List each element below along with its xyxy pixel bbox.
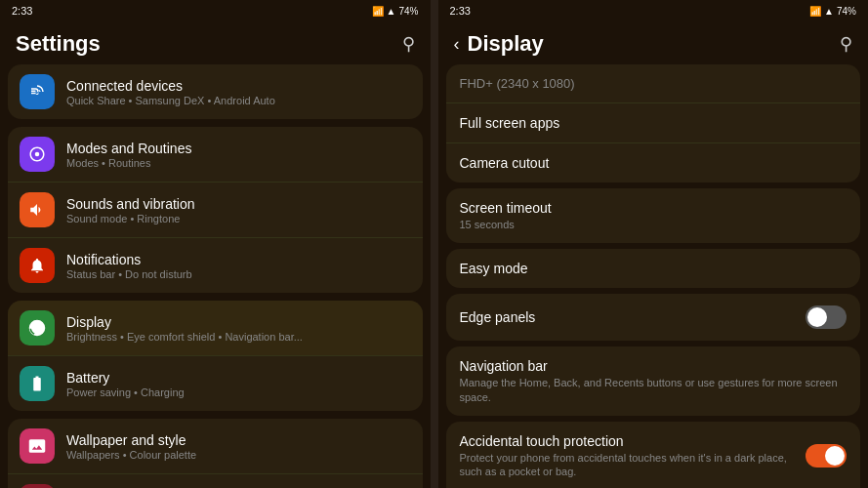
display-item-accidental[interactable]: Accidental touch protection Protect your… — [446, 422, 861, 488]
battery-icon-1: 74% — [398, 6, 418, 17]
display-item-edgepanels[interactable]: Edge panels — [446, 294, 861, 341]
notifications-title: Notifications — [66, 252, 411, 267]
sounds-subtitle: Sound mode • Ringtone — [66, 213, 411, 224]
battery-title: Battery — [66, 370, 411, 386]
accidental-toggle[interactable] — [806, 444, 847, 468]
display-text: Display Brightness • Eye comfort shield … — [66, 314, 411, 343]
navbar-text: Navigation bar Manage the Home, Back, an… — [460, 358, 847, 404]
notifications-subtitle: Status bar • Do not disturb — [66, 268, 411, 280]
display-section-touch: Accidental touch protection Protect your… — [446, 422, 861, 488]
wallpaper-icon — [20, 428, 55, 464]
battery-icon-2: 74% — [837, 6, 856, 17]
wifi-icon-1: ▲ — [387, 6, 396, 17]
accidental-text: Accidental touch protection Protect your… — [460, 433, 799, 479]
settings-section-3: Display Brightness • Eye comfort shield … — [8, 301, 423, 411]
signal-icon-1: 📶 — [372, 6, 384, 17]
display-search-icon[interactable]: ⚲ — [840, 33, 852, 55]
edgepanels-title: Edge panels — [460, 309, 799, 325]
phone-display: 2:33 📶 ▲ 74% ‹ Display ⚲ FHD+ (2340 x 10… — [438, 0, 869, 488]
settings-item-modes[interactable]: Modes and Routines Modes • Routines — [8, 127, 423, 183]
display-icon — [20, 310, 55, 346]
display-section-resolution: FHD+ (2340 x 1080) Full screen apps Came… — [446, 64, 861, 183]
modes-subtitle: Modes • Routines — [66, 157, 411, 169]
svg-point-0 — [35, 152, 40, 157]
settings-item-sounds[interactable]: Sounds and vibration Sound mode • Ringto… — [8, 183, 423, 238]
settings-search-icon[interactable]: ⚲ — [402, 33, 415, 55]
cameracutout-title: Camera cutout — [460, 155, 847, 171]
phones-container: 2:33 📶 ▲ 74% Settings ⚲ — [0, 0, 868, 488]
navbar-subtitle: Manage the Home, Back, and Recents butto… — [460, 376, 847, 404]
easymode-text: Easy mode — [460, 261, 847, 276]
display-header: ‹ Display ⚲ — [438, 21, 869, 64]
display-header-left: ‹ Display — [454, 31, 544, 57]
connected-subtitle: Quick Share • Samsung DeX • Android Auto — [66, 95, 411, 106]
status-icons-1: 📶 ▲ 74% — [372, 6, 419, 17]
status-icons-2: 📶 ▲ 74% — [809, 6, 856, 17]
settings-item-themes[interactable]: Themes Themes • Wallpapers • Icons — [8, 474, 423, 488]
display-item-fullscreen[interactable]: Full screen apps — [446, 103, 861, 143]
timeout-subtitle: 15 seconds — [460, 218, 847, 231]
modes-title: Modes and Routines — [66, 141, 411, 156]
notifications-text: Notifications Status bar • Do not distur… — [66, 252, 411, 280]
battery-icon — [20, 366, 55, 401]
modes-text: Modes and Routines Modes • Routines — [66, 141, 411, 169]
settings-item-wallpaper[interactable]: Wallpaper and style Wallpapers • Colour … — [8, 419, 423, 474]
display-item-cameracutout[interactable]: Camera cutout — [446, 143, 861, 183]
display-item-timeout[interactable]: Screen timeout 15 seconds — [446, 188, 861, 243]
display-list: FHD+ (2340 x 1080) Full screen apps Came… — [438, 64, 869, 488]
time-2: 2:33 — [450, 5, 471, 17]
signal-icon-2: 📶 — [809, 6, 821, 17]
battery-subtitle: Power saving • Charging — [66, 386, 411, 398]
display-title: Display — [468, 31, 544, 57]
sounds-text: Sounds and vibration Sound mode • Ringto… — [66, 196, 411, 224]
notifications-icon — [20, 248, 55, 283]
edge-panels-toggle[interactable] — [806, 305, 847, 329]
settings-item-connected[interactable]: Connected devices Quick Share • Samsung … — [8, 64, 423, 119]
display-section-easymode: Easy mode — [446, 249, 861, 288]
resolution-title: FHD+ (2340 x 1080) — [460, 76, 847, 91]
settings-item-battery[interactable]: Battery Power saving • Charging — [8, 356, 423, 411]
cameracutout-text: Camera cutout — [460, 155, 847, 171]
settings-section-2: Modes and Routines Modes • Routines Soun… — [8, 127, 423, 293]
sounds-title: Sounds and vibration — [66, 196, 411, 212]
easymode-title: Easy mode — [460, 261, 847, 276]
timeout-text: Screen timeout 15 seconds — [460, 200, 847, 231]
back-icon[interactable]: ‹ — [454, 34, 460, 55]
time-1: 2:33 — [12, 5, 32, 17]
status-bar-1: 2:33 📶 ▲ 74% — [0, 0, 431, 21]
settings-item-display[interactable]: Display Brightness • Eye comfort shield … — [8, 301, 423, 356]
edge-panels-knob — [807, 307, 827, 327]
settings-item-notifications[interactable]: Notifications Status bar • Do not distur… — [8, 238, 423, 293]
wallpaper-subtitle: Wallpapers • Colour palette — [66, 449, 411, 461]
navbar-title: Navigation bar — [460, 358, 847, 374]
display-item-navbar[interactable]: Navigation bar Manage the Home, Back, an… — [446, 346, 861, 416]
phone-settings: 2:33 📶 ▲ 74% Settings ⚲ — [0, 0, 431, 488]
accidental-knob — [825, 446, 845, 466]
settings-list: Connected devices Quick Share • Samsung … — [0, 64, 431, 488]
wifi-icon-2: ▲ — [824, 6, 834, 17]
connected-title: Connected devices — [66, 78, 411, 94]
display-section-navbar: Navigation bar Manage the Home, Back, an… — [446, 346, 861, 416]
battery-text: Battery Power saving • Charging — [66, 370, 411, 398]
connected-icon — [20, 74, 55, 109]
wallpaper-text: Wallpaper and style Wallpapers • Colour … — [66, 432, 411, 461]
display-section-edgepanels: Edge panels — [446, 294, 861, 341]
timeout-title: Screen timeout — [460, 200, 847, 216]
fullscreen-text: Full screen apps — [460, 115, 847, 131]
display-item-easymode[interactable]: Easy mode — [446, 249, 861, 288]
accidental-title: Accidental touch protection — [460, 433, 799, 449]
settings-section-1: Connected devices Quick Share • Samsung … — [8, 64, 423, 119]
status-bar-2: 2:33 📶 ▲ 74% — [438, 0, 869, 21]
themes-icon — [20, 484, 55, 488]
modes-icon — [20, 137, 55, 172]
settings-header: Settings ⚲ — [0, 21, 431, 64]
sounds-icon — [20, 192, 55, 227]
display-section-timeout: Screen timeout 15 seconds — [446, 188, 861, 243]
edgepanels-text: Edge panels — [460, 309, 799, 325]
fullscreen-title: Full screen apps — [460, 115, 847, 131]
accidental-subtitle: Protect your phone from accidental touch… — [460, 451, 799, 479]
wallpaper-title: Wallpaper and style — [66, 432, 411, 448]
settings-title: Settings — [16, 31, 101, 57]
display-item-resolution[interactable]: FHD+ (2340 x 1080) — [446, 64, 861, 103]
settings-section-4: Wallpaper and style Wallpapers • Colour … — [8, 419, 423, 488]
